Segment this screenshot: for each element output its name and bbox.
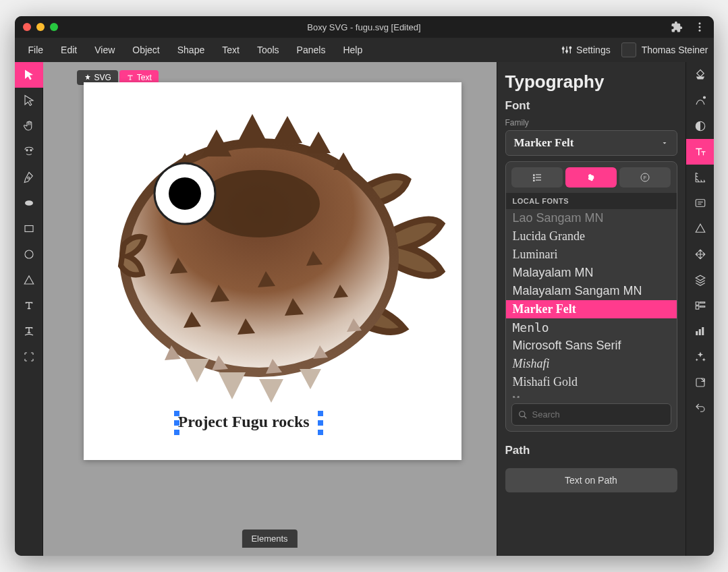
shape-panel-icon[interactable] bbox=[686, 216, 714, 241]
search-icon bbox=[518, 410, 528, 420]
more-icon[interactable] bbox=[694, 21, 706, 33]
selection-handle[interactable] bbox=[317, 429, 324, 436]
maximize-window-button[interactable] bbox=[50, 23, 58, 31]
font-item-selected[interactable]: Marker Felt bbox=[506, 300, 677, 318]
geometry-panel-icon[interactable] bbox=[686, 165, 714, 190]
svg-text:F: F bbox=[644, 175, 647, 181]
view-tool[interactable] bbox=[15, 344, 43, 370]
svg-point-29 bbox=[703, 96, 705, 98]
settings-button[interactable]: Settings bbox=[556, 42, 616, 58]
font-family-select[interactable]: Marker Felt bbox=[505, 130, 677, 156]
compositing-panel-icon[interactable] bbox=[686, 113, 714, 139]
svg-point-9 bbox=[26, 150, 27, 151]
selection-handle[interactable] bbox=[173, 410, 180, 417]
canvas-area[interactable]: SVG Text bbox=[43, 62, 497, 556]
menu-tools[interactable]: Tools bbox=[249, 40, 287, 59]
close-window-button[interactable] bbox=[23, 23, 31, 31]
canvas[interactable]: Project Fugu rocks bbox=[84, 82, 461, 460]
svg-point-10 bbox=[30, 150, 31, 151]
svg-point-11 bbox=[27, 177, 29, 179]
fill-panel-icon[interactable] bbox=[686, 62, 714, 88]
circle-tool[interactable] bbox=[15, 241, 43, 267]
triangle-tool[interactable] bbox=[15, 267, 43, 293]
pen-tool[interactable] bbox=[15, 165, 43, 190]
user-avatar[interactable] bbox=[621, 42, 636, 57]
undo-icon[interactable] bbox=[686, 395, 714, 421]
selection-handle[interactable] bbox=[173, 420, 180, 426]
text-on-path-button[interactable]: Text on Path bbox=[505, 468, 677, 492]
arrange-panel-icon[interactable] bbox=[686, 241, 714, 267]
svg-rect-36 bbox=[696, 306, 699, 310]
menu-file[interactable]: File bbox=[20, 40, 52, 59]
path-section-title: Path bbox=[505, 444, 677, 457]
menu-text[interactable]: Text bbox=[214, 40, 248, 59]
font-item[interactable]: Luminari bbox=[506, 246, 677, 264]
direct-select-tool[interactable] bbox=[15, 88, 43, 113]
rectangle-tool[interactable] bbox=[15, 216, 43, 241]
font-item[interactable]: Lao Sangam MN bbox=[506, 209, 677, 227]
generators-panel-icon[interactable] bbox=[686, 344, 714, 370]
svg-rect-13 bbox=[25, 226, 33, 232]
font-tab-google[interactable]: F bbox=[619, 167, 671, 188]
svg-point-6 bbox=[562, 48, 564, 50]
export-panel-icon[interactable] bbox=[686, 370, 714, 395]
face-tool[interactable] bbox=[15, 139, 43, 165]
svg-rect-23 bbox=[533, 179, 535, 181]
extension-icon[interactable] bbox=[671, 21, 683, 33]
svg-rect-37 bbox=[700, 306, 705, 308]
menu-shape[interactable]: Shape bbox=[169, 40, 213, 59]
text-path-tool[interactable] bbox=[15, 318, 43, 344]
svg-point-27 bbox=[519, 411, 524, 416]
text-tool[interactable] bbox=[15, 293, 43, 318]
select-tool[interactable] bbox=[15, 62, 43, 88]
menu-view[interactable]: View bbox=[86, 40, 123, 59]
font-search-input[interactable] bbox=[511, 403, 671, 426]
titlebar: Boxy SVG - fugu.svg [Edited] bbox=[15, 16, 714, 38]
menu-edit[interactable]: Edit bbox=[53, 40, 85, 59]
svg-rect-35 bbox=[700, 302, 705, 304]
font-item[interactable]: Lucida Grande bbox=[506, 227, 677, 246]
window-title: Boxy SVG - fugu.svg [Edited] bbox=[307, 22, 420, 32]
user-name: Thomas Steiner bbox=[642, 45, 708, 55]
selection-handle[interactable] bbox=[317, 410, 324, 417]
svg-point-8 bbox=[569, 47, 571, 49]
font-item[interactable]: Malayalam MN bbox=[506, 264, 677, 282]
svg-rect-21 bbox=[533, 177, 535, 179]
settings-label: Settings bbox=[576, 45, 611, 55]
svg-rect-24 bbox=[536, 179, 541, 180]
library-panel-icon[interactable] bbox=[686, 293, 714, 318]
font-list[interactable]: Lao Sangam MN Lucida Grande Luminari Mal… bbox=[506, 209, 677, 398]
meta-panel-icon[interactable] bbox=[686, 190, 714, 216]
pan-tool[interactable] bbox=[15, 113, 43, 139]
family-label: Family bbox=[505, 118, 677, 127]
app-window: Boxy SVG - fugu.svg [Edited] File Edit V… bbox=[15, 16, 714, 556]
font-item[interactable]: Menlo bbox=[506, 318, 677, 337]
font-item[interactable]: Monaco bbox=[506, 391, 677, 398]
layers-panel-icon[interactable] bbox=[686, 267, 714, 293]
font-item[interactable]: Microsoft Sans Serif bbox=[506, 337, 677, 355]
font-tab-list[interactable] bbox=[511, 167, 563, 188]
selection-handle[interactable] bbox=[317, 420, 324, 426]
stroke-panel-icon[interactable] bbox=[686, 88, 714, 113]
canvas-text[interactable]: Project Fugu rocks bbox=[178, 413, 310, 431]
svg-point-16 bbox=[198, 170, 320, 237]
font-item[interactable]: Mishafi Gold bbox=[506, 373, 677, 391]
typography-panel-icon[interactable] bbox=[686, 139, 714, 165]
ellipse-blob-tool[interactable] bbox=[15, 190, 43, 216]
font-dropdown: F LOCAL FONTS Lao Sangam MN Lucida Grand… bbox=[505, 161, 677, 432]
svg-rect-20 bbox=[536, 174, 541, 175]
svg-rect-22 bbox=[536, 177, 541, 177]
font-tab-local[interactable] bbox=[565, 167, 617, 188]
history-panel-icon[interactable] bbox=[686, 318, 714, 344]
font-item[interactable]: Mishafi bbox=[506, 355, 677, 373]
menu-panels[interactable]: Panels bbox=[289, 40, 334, 59]
svg-rect-38 bbox=[696, 378, 704, 387]
elements-tab[interactable]: Elements bbox=[242, 530, 297, 548]
font-item[interactable]: Malayalam Sangam MN bbox=[506, 282, 677, 300]
menu-help[interactable]: Help bbox=[335, 40, 370, 59]
minimize-window-button[interactable] bbox=[36, 23, 45, 31]
selection-handle[interactable] bbox=[173, 429, 180, 436]
fugu-illustration bbox=[84, 82, 461, 406]
menu-object[interactable]: Object bbox=[124, 40, 167, 59]
svg-rect-19 bbox=[533, 174, 535, 176]
